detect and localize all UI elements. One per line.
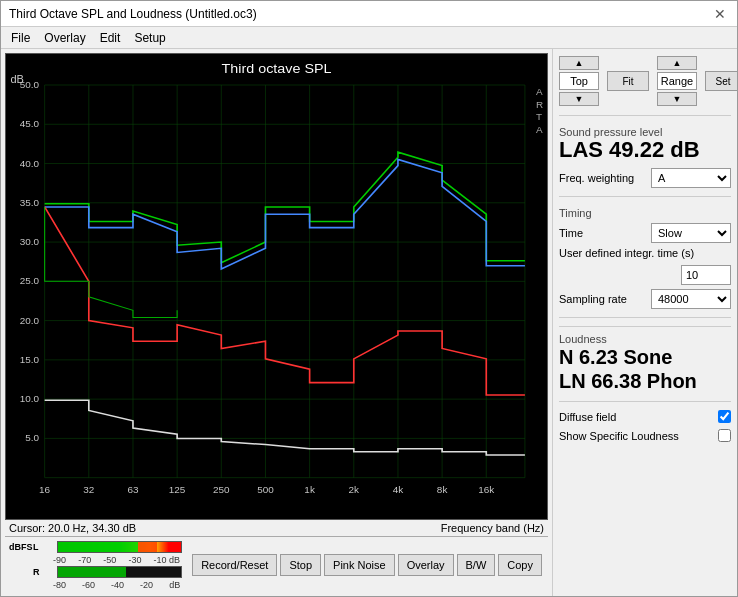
- tick-70: -70: [78, 555, 91, 565]
- overlay-button[interactable]: Overlay: [398, 554, 454, 576]
- tick-60: -60: [82, 580, 95, 590]
- show-specific-label: Show Specific Loudness: [559, 430, 714, 442]
- bottom-row: dBFS L -90 -70 -50 -30 -10 dB: [5, 536, 548, 592]
- time-select[interactable]: Slow Fast: [651, 223, 731, 243]
- menu-file[interactable]: File: [5, 29, 36, 47]
- loudness-section: Loudness N 6.23 Sone LN 66.38 Phon: [559, 326, 731, 393]
- loudness-ln-value: LN 66.38 Phon: [559, 369, 731, 393]
- range-control-group: ▲ Range ▼: [657, 56, 697, 106]
- bw-button[interactable]: B/W: [457, 554, 496, 576]
- timing-label: Timing: [559, 207, 731, 219]
- menu-edit[interactable]: Edit: [94, 29, 127, 47]
- fit-button[interactable]: Fit: [607, 71, 649, 91]
- spl-value: LAS 49.22 dB: [559, 138, 731, 162]
- svg-text:45.0: 45.0: [20, 119, 39, 130]
- svg-text:T: T: [536, 111, 542, 122]
- tick-40: -40: [111, 580, 124, 590]
- chart-info-bar: Cursor: 20.0 Hz, 34.30 dB Frequency band…: [5, 520, 548, 536]
- svg-text:Third octave SPL: Third octave SPL: [221, 60, 331, 75]
- top-control-group: ▲ Top ▼: [559, 56, 599, 106]
- divider-2: [559, 196, 731, 197]
- svg-rect-0: [6, 54, 547, 519]
- divider-3: [559, 317, 731, 318]
- svg-text:R: R: [536, 99, 543, 110]
- menu-setup[interactable]: Setup: [128, 29, 171, 47]
- menu-overlay[interactable]: Overlay: [38, 29, 91, 47]
- divider-1: [559, 115, 731, 116]
- spl-section: Sound pressure level LAS 49.22 dB: [559, 124, 731, 162]
- tick-90: -90: [53, 555, 66, 565]
- set-button[interactable]: Set: [705, 71, 737, 91]
- tick-db: dB: [169, 580, 180, 590]
- svg-text:8k: 8k: [437, 484, 448, 495]
- freq-band-label: Frequency band (Hz): [441, 522, 544, 534]
- svg-text:10.0: 10.0: [20, 394, 39, 405]
- l-meter: [57, 541, 182, 553]
- time-row: Time Slow Fast: [559, 223, 731, 243]
- r-label: R: [33, 567, 55, 577]
- close-button[interactable]: ✕: [711, 5, 729, 23]
- chart-svg: Third octave SPL dB A R T A: [6, 54, 547, 519]
- svg-text:32: 32: [83, 484, 94, 495]
- tick-20: -20: [140, 580, 153, 590]
- diffuse-label: Diffuse field: [559, 411, 714, 423]
- show-specific-checkbox[interactable]: [718, 429, 731, 442]
- top-up-button[interactable]: ▲: [559, 56, 599, 70]
- set-control-group: Set: [705, 55, 737, 107]
- title-bar: Third Octave SPL and Loudness (Untitled.…: [1, 1, 737, 27]
- timing-section: Timing Time Slow Fast User defined integ…: [559, 205, 731, 309]
- svg-text:63: 63: [127, 484, 138, 495]
- svg-text:50.0: 50.0: [20, 79, 39, 90]
- integr-label: User defined integr. time (s): [559, 247, 731, 259]
- svg-text:4k: 4k: [393, 484, 404, 495]
- copy-button[interactable]: Copy: [498, 554, 542, 576]
- tick-50: -50: [103, 555, 116, 565]
- level-row-top: dBFS L: [9, 539, 182, 555]
- loudness-n-value: N 6.23 Sone: [559, 345, 731, 369]
- svg-text:35.0: 35.0: [20, 197, 39, 208]
- level-row-bottom: dBFS R: [9, 565, 182, 581]
- top-value: Top: [559, 72, 599, 90]
- l-label: L: [33, 542, 55, 552]
- level-section: dBFS L -90 -70 -50 -30 -10 dB: [5, 537, 186, 592]
- buttons-section: Record/Reset Stop Pink Noise Overlay B/W…: [186, 537, 548, 592]
- stop-button[interactable]: Stop: [280, 554, 321, 576]
- svg-text:5.0: 5.0: [25, 433, 39, 444]
- freq-weighting-label: Freq. weighting: [559, 172, 647, 184]
- svg-text:16: 16: [39, 484, 50, 495]
- dbfs-label: dBFS: [9, 542, 31, 552]
- sampling-row: Sampling rate 48000 44100: [559, 289, 731, 309]
- main-content: Third octave SPL dB A R T A: [1, 49, 737, 596]
- show-specific-row: Show Specific Loudness: [559, 429, 731, 442]
- range-up-button[interactable]: ▲: [657, 56, 697, 70]
- divider-4: [559, 401, 731, 402]
- svg-text:25.0: 25.0: [20, 276, 39, 287]
- menu-bar: File Overlay Edit Setup: [1, 27, 737, 49]
- time-label: Time: [559, 227, 647, 239]
- window-title: Third Octave SPL and Loudness (Untitled.…: [9, 7, 257, 21]
- svg-text:1k: 1k: [304, 484, 315, 495]
- record-reset-button[interactable]: Record/Reset: [192, 554, 277, 576]
- chart-container: Third octave SPL dB A R T A: [5, 53, 548, 520]
- svg-text:A: A: [536, 124, 543, 135]
- fit-control-group: Fit: [607, 55, 649, 107]
- svg-text:250: 250: [213, 484, 230, 495]
- tick-30: -30: [128, 555, 141, 565]
- range-down-button[interactable]: ▼: [657, 92, 697, 106]
- cursor-info: Cursor: 20.0 Hz, 34.30 dB: [9, 522, 136, 534]
- integr-input[interactable]: [681, 265, 731, 285]
- top-controls: ▲ Top ▼ Fit ▲ Range ▼ Set: [559, 55, 731, 107]
- range-value: Range: [657, 72, 697, 90]
- svg-text:30.0: 30.0: [20, 236, 39, 247]
- main-window: Third Octave SPL and Loudness (Untitled.…: [0, 0, 738, 597]
- svg-text:20.0: 20.0: [20, 315, 39, 326]
- pink-noise-button[interactable]: Pink Noise: [324, 554, 395, 576]
- freq-weighting-select[interactable]: A B C Z: [651, 168, 731, 188]
- diffuse-row: Diffuse field: [559, 410, 731, 423]
- diffuse-checkbox[interactable]: [718, 410, 731, 423]
- sampling-select[interactable]: 48000 44100: [651, 289, 731, 309]
- loudness-label: Loudness: [559, 333, 731, 345]
- svg-text:2k: 2k: [349, 484, 360, 495]
- top-down-button[interactable]: ▼: [559, 92, 599, 106]
- integr-row: User defined integr. time (s): [559, 247, 731, 285]
